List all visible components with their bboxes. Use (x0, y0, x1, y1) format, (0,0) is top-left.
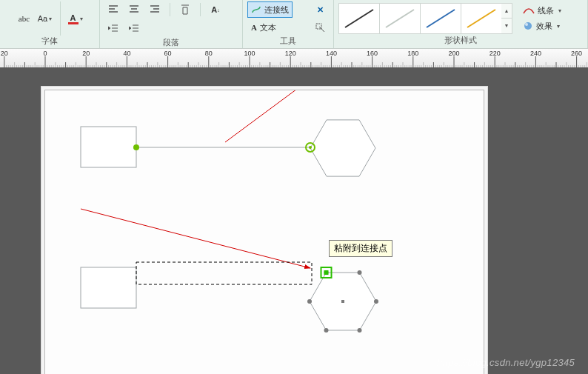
align-right-button[interactable] (146, 1, 164, 18)
style-swatch-4[interactable] (461, 3, 502, 34)
connector-endpoint-dot (309, 146, 312, 149)
shape-hexagon[interactable] (310, 120, 375, 176)
align-left-button[interactable] (104, 1, 122, 18)
svg-text:120: 120 (285, 50, 296, 57)
crop-button[interactable] (311, 19, 329, 36)
connector-label: 连接线 (264, 4, 289, 16)
shape-rectangle[interactable] (81, 127, 136, 167)
effects-label: 效果 (536, 21, 552, 32)
style-swatch-1[interactable] (338, 3, 380, 34)
svg-line-3 (427, 10, 455, 27)
increase-indent-button[interactable] (125, 21, 143, 37)
crop-icon (315, 22, 325, 33)
group-label-shape-styles: 形状样式 (444, 35, 477, 47)
annotation-arrow (225, 90, 325, 142)
font-color-button[interactable]: A▾ (67, 10, 84, 27)
connector-icon (251, 5, 261, 14)
separator (170, 3, 170, 16)
style-gallery[interactable]: ▲ ▼ (338, 3, 512, 34)
text-tool-button[interactable]: A 文本 (247, 19, 280, 36)
svg-text:240: 240 (530, 50, 541, 57)
svg-text:20: 20 (1, 50, 8, 57)
svg-text:0: 0 (43, 50, 47, 57)
effects-icon (523, 21, 533, 31)
svg-text:100: 100 (244, 50, 255, 57)
selection-handle[interactable] (358, 270, 362, 275)
gallery-expand[interactable]: ▲ ▼ (501, 3, 512, 34)
effects-button[interactable]: 效果▾ (523, 21, 561, 32)
svg-text:80: 80 (205, 50, 213, 57)
style-swatch-3[interactable] (420, 3, 461, 34)
selection-handle[interactable] (358, 328, 362, 333)
decrease-indent-button[interactable] (104, 21, 122, 37)
separator (60, 1, 61, 36)
shape-rectangle[interactable] (81, 267, 136, 308)
svg-text:220: 220 (490, 50, 501, 57)
svg-text:40: 40 (123, 50, 130, 57)
annotation-arrow (81, 209, 310, 268)
change-case-button[interactable]: Aa▾ (36, 10, 54, 27)
group-label-paragraph: 段落 (163, 37, 179, 48)
style-swatch-2[interactable] (379, 3, 421, 34)
group-label-tools: 工具 (280, 36, 296, 47)
align-center-button[interactable] (125, 1, 143, 18)
close-pane-button[interactable]: ✕ (311, 1, 329, 18)
svg-text:180: 180 (407, 50, 418, 57)
watermark: https://blog.csdn.net/ygp12345 (437, 357, 575, 368)
ribbon-group-font: abc Aa▾ A▾ 字体 (0, 0, 100, 48)
ribbon-group-tools: 连接线 ✕ A 文本 工具 (243, 0, 334, 48)
selection-handle[interactable] (324, 328, 329, 333)
group-label-font: 字体 (41, 36, 58, 47)
svg-text:60: 60 (164, 50, 172, 57)
svg-text:140: 140 (326, 50, 337, 57)
selection-handle-center[interactable] (341, 300, 344, 303)
line-style-label: 线条 (538, 5, 554, 16)
ribbon: abc Aa▾ A▾ 字体 A↓ 段落 (0, 0, 588, 49)
svg-line-1 (345, 10, 373, 27)
svg-text:160: 160 (367, 50, 378, 57)
svg-line-4 (467, 10, 495, 27)
selection-handle[interactable] (374, 299, 378, 304)
connector-endpoint[interactable] (133, 144, 139, 150)
work-area: 粘附到连接点 https://blog.csdn.net/ygp12345 (0, 67, 588, 374)
horizontal-ruler[interactable]: 20020406080100120140160180200220240260 (0, 49, 588, 69)
ribbon-group-shape-styles: ▲ ▼ 线条▾ 效果▾ 形状样式 (334, 0, 588, 48)
svg-line-2 (386, 10, 414, 27)
ribbon-group-paragraph: A↓ 段落 (100, 0, 243, 48)
text-icon: A (251, 23, 257, 32)
shape-style-side: 线条▾ 效果▾ (515, 5, 561, 32)
svg-point-5 (524, 22, 532, 30)
snap-indicator-dot (324, 270, 329, 275)
svg-text:260: 260 (571, 50, 582, 57)
connector-button[interactable]: 连接线 (247, 1, 293, 18)
selection-handle[interactable] (307, 299, 312, 304)
snap-tooltip: 粘附到连接点 (329, 240, 392, 257)
drag-preview (136, 262, 312, 284)
text-highlight-button[interactable]: abc (16, 10, 33, 27)
line-style-button[interactable]: 线条▾ (523, 5, 561, 16)
svg-text:200: 200 (448, 50, 459, 57)
separator (200, 3, 201, 16)
drawing-page[interactable]: 粘附到连接点 (44, 90, 484, 374)
line-icon (523, 6, 535, 15)
align-top-button[interactable] (176, 1, 194, 18)
text-tool-label: 文本 (260, 22, 276, 33)
svg-text:20: 20 (82, 50, 90, 57)
drawing-canvas[interactable] (45, 90, 484, 374)
text-direction-button[interactable]: A↓ (207, 1, 224, 18)
svg-point-6 (525, 23, 528, 26)
